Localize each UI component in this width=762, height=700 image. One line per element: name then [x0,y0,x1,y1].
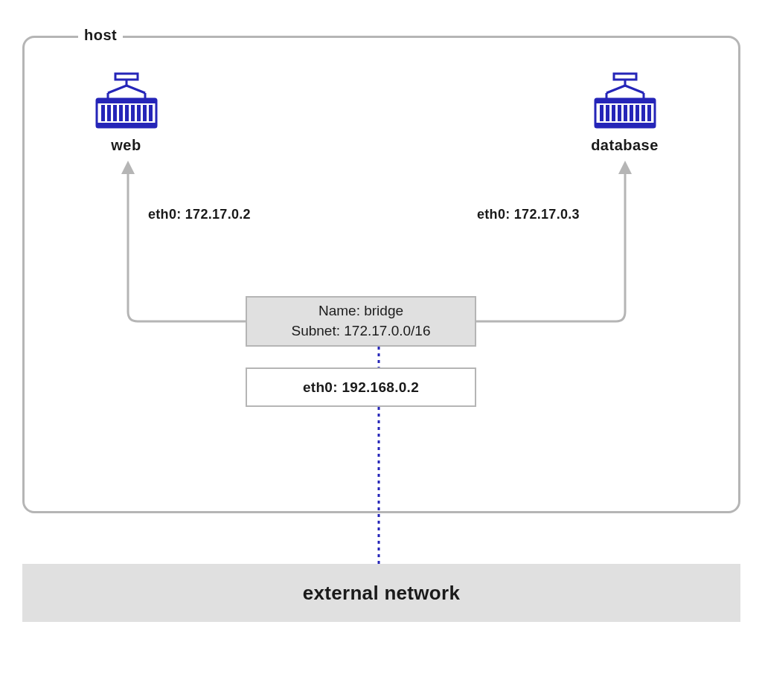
svg-rect-29 [612,105,615,121]
svg-rect-27 [600,105,603,121]
bridge-network-box: Name: bridge Subnet: 172.17.0.0/16 [246,296,476,347]
svg-rect-8 [97,123,156,127]
svg-rect-15 [137,105,141,121]
svg-line-2 [108,86,127,93]
svg-rect-25 [595,99,655,103]
database-label: database [589,137,660,154]
svg-rect-7 [97,99,156,103]
network-diagram: host [0,0,762,700]
database-interface-label: eth0: 172.17.0.3 [477,207,580,222]
svg-rect-17 [149,105,153,121]
svg-rect-18 [614,74,636,80]
svg-line-20 [606,86,625,93]
svg-rect-12 [119,105,123,121]
svg-rect-32 [630,105,633,121]
container-icon [592,71,659,130]
svg-line-21 [625,86,644,93]
svg-rect-31 [624,105,627,121]
web-container: web [91,71,161,154]
bridge-subnet: Subnet: 172.17.0.0/16 [292,321,431,341]
svg-rect-34 [641,105,645,121]
svg-rect-28 [606,105,609,121]
svg-rect-0 [115,74,138,80]
web-label: web [91,137,161,154]
svg-rect-16 [143,105,147,121]
container-icon [93,71,160,130]
host-label: host [78,27,123,44]
svg-rect-10 [107,105,111,121]
svg-rect-33 [635,105,639,121]
bridge-name: Name: bridge [318,301,403,321]
svg-line-3 [127,86,145,93]
svg-rect-30 [618,105,621,121]
svg-rect-11 [113,105,117,121]
svg-rect-9 [101,105,105,121]
external-network-label: external network [303,582,460,605]
host-interface-box: eth0: 192.168.0.2 [246,367,476,407]
svg-rect-35 [647,105,651,121]
svg-rect-14 [131,105,135,121]
database-container: database [589,71,660,154]
svg-rect-26 [595,123,655,127]
svg-rect-13 [125,105,129,121]
host-interface-label: eth0: 192.168.0.2 [303,379,419,396]
web-interface-label: eth0: 172.17.0.2 [148,207,251,222]
external-network-box: external network [22,564,740,622]
